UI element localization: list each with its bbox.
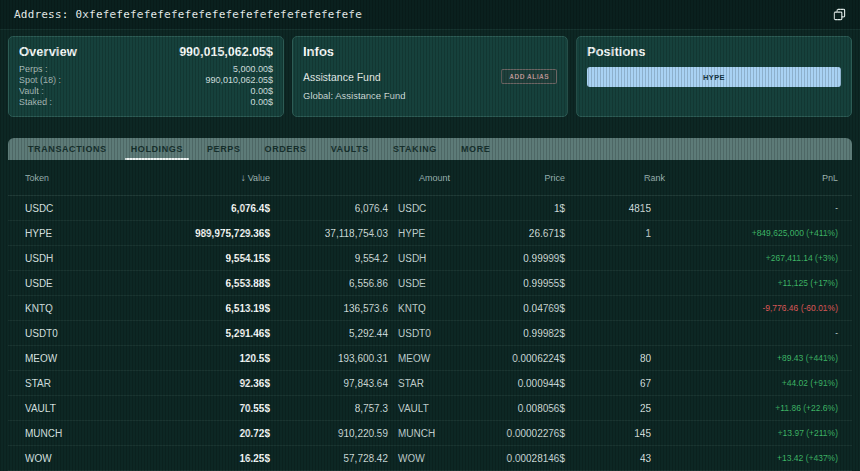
cell-token: USDE: [25, 278, 175, 289]
cell-amount-unit: MUNCH: [398, 428, 450, 439]
cell-amount: 136,573.6KNTQ: [270, 303, 450, 314]
address-label: Address:: [14, 8, 69, 21]
cell-price: 26.671$: [450, 228, 565, 239]
cell-value: 6,076.4$: [175, 203, 270, 214]
cell-price: 0.99982$: [450, 328, 565, 339]
cell-rank: 25: [565, 403, 665, 414]
table-row-munch[interactable]: MUNCH20.72$910,220.59MUNCH0.00002276$145…: [8, 421, 852, 446]
cell-amount: 9,554.2USDH: [270, 253, 450, 264]
table-header-row: Token ↓Value Amount Price Rank PnL: [8, 160, 852, 196]
cell-token: USDH: [25, 253, 175, 264]
add-alias-button[interactable]: ADD ALIAS: [501, 69, 557, 84]
tab-orders[interactable]: ORDERS: [253, 138, 319, 160]
cell-pnl: +44.02 (+91%): [665, 378, 838, 388]
column-header-price: Price: [450, 173, 565, 183]
column-header-rank: Rank: [565, 173, 665, 183]
tab-vaults[interactable]: VAULTS: [319, 138, 381, 160]
cell-value: 9,554.15$: [175, 253, 270, 264]
overview-row-value: 990,010,062.05$: [205, 75, 273, 86]
cell-price: 0.000944$: [450, 378, 565, 389]
holdings-table: Token ↓Value Amount Price Rank PnL USDC6…: [8, 160, 852, 471]
tab-more[interactable]: MORE: [449, 138, 502, 160]
cell-amount: 8,757.3VAULT: [270, 403, 450, 414]
table-row-usdt0[interactable]: USDT05,291.46$5,292.44USDT00.99982$-: [8, 321, 852, 346]
cell-token: USDT0: [25, 328, 175, 339]
cell-value: 20.72$: [175, 428, 270, 439]
cell-token: HYPE: [25, 228, 175, 239]
address-text: Address: 0xfefefefefefefefefefefefefefef…: [14, 8, 362, 21]
cell-amount-unit: WOW: [398, 453, 450, 464]
copy-address-button[interactable]: [830, 6, 848, 24]
cell-rank: 80: [565, 353, 665, 364]
cell-amount: 193,600.31MEOW: [270, 353, 450, 364]
table-row-star[interactable]: STAR92.36$97,843.64STAR0.000944$67+44.02…: [8, 371, 852, 396]
tab-perps[interactable]: PERPS: [195, 138, 253, 160]
cell-rank: 43: [565, 453, 665, 464]
tab-bar: TRANSACTIONSHOLDINGSPERPSORDERSVAULTSSTA…: [8, 138, 852, 160]
cell-token: MUNCH: [25, 428, 175, 439]
cell-amount: 6,556.86USDE: [270, 278, 450, 289]
cell-token: VAULT: [25, 403, 175, 414]
tab-transactions[interactable]: TRANSACTIONS: [16, 138, 119, 160]
tab-holdings[interactable]: HOLDINGS: [119, 138, 195, 160]
cell-value: 5,291.46$: [175, 328, 270, 339]
address-bar: Address: 0xfefefefefefefefefefefefefefef…: [0, 0, 860, 30]
overview-breakdown: Perps :5,000.00$Spot (18) :990,010,062.0…: [19, 64, 273, 108]
position-chip-hype[interactable]: HYPE: [587, 67, 841, 87]
cell-price: 0.00002276$: [450, 428, 565, 439]
overview-row-label: Vault :: [19, 86, 44, 97]
cell-amount-unit: HYPE: [398, 228, 450, 239]
table-row-kntq[interactable]: KNTQ6,513.19$136,573.6KNTQ0.04769$-9,776…: [8, 296, 852, 321]
alias-name: Assistance Fund: [303, 71, 381, 83]
column-header-token: Token: [25, 173, 175, 183]
overview-row: Vault :0.00$: [19, 86, 273, 97]
overview-row-label: Spot (18) :: [19, 75, 61, 86]
cell-pnl: +13.42 (+437%): [665, 453, 838, 463]
tab-staking[interactable]: STAKING: [381, 138, 449, 160]
table-row-hype[interactable]: HYPE989,975,729.36$37,118,754.03HYPE26.6…: [8, 221, 852, 246]
cell-value: 120.5$: [175, 353, 270, 364]
positions-panel: Positions HYPE: [576, 36, 852, 117]
column-header-pnl: PnL: [665, 173, 838, 183]
overview-row-value: 0.00$: [250, 97, 273, 108]
overview-row: Spot (18) :990,010,062.05$: [19, 75, 273, 86]
cell-rank: 145: [565, 428, 665, 439]
cell-pnl: -: [665, 328, 838, 338]
cell-amount: 910,220.59MUNCH: [270, 428, 450, 439]
cell-amount-unit: USDE: [398, 278, 450, 289]
table-row-usdh[interactable]: USDH9,554.15$9,554.2USDH0.99999$+267,411…: [8, 246, 852, 271]
overview-row-value: 5,000.00$: [233, 64, 273, 75]
positions-list: HYPE: [587, 67, 841, 87]
cell-token: MEOW: [25, 353, 175, 364]
column-header-amount: Amount: [270, 173, 450, 183]
cell-amount-unit: STAR: [398, 378, 450, 389]
cell-token: KNTQ: [25, 303, 175, 314]
cell-rank: 67: [565, 378, 665, 389]
cell-value: 989,975,729.36$: [175, 228, 270, 239]
table-row-wow[interactable]: WOW16.25$57,728.42WOW0.00028146$43+13.42…: [8, 446, 852, 471]
table-row-vault[interactable]: VAULT70.55$8,757.3VAULT0.008056$25+11.86…: [8, 396, 852, 421]
cell-token: STAR: [25, 378, 175, 389]
cell-amount: 97,843.64STAR: [270, 378, 450, 389]
cell-rank: 1: [565, 228, 665, 239]
positions-title: Positions: [587, 44, 646, 59]
cell-token: WOW: [25, 453, 175, 464]
column-header-value[interactable]: ↓Value: [175, 172, 270, 183]
cell-amount-unit: USDH: [398, 253, 450, 264]
sort-desc-icon: ↓: [241, 172, 246, 183]
cell-pnl: +11.86 (+22.6%): [665, 403, 838, 413]
global-alias: Global: Assistance Fund: [303, 90, 557, 101]
summary-panels: Overview 990,015,062.05$ Perps :5,000.00…: [8, 36, 852, 117]
table-row-meow[interactable]: MEOW120.5$193,600.31MEOW0.0006224$80+89.…: [8, 346, 852, 371]
overview-total: 990,015,062.05$: [179, 45, 273, 59]
cell-value: 16.25$: [175, 453, 270, 464]
table-row-usdc[interactable]: USDC6,076.4$6,076.4USDC1$4815-: [8, 196, 852, 221]
cell-rank: 4815: [565, 203, 665, 214]
cell-price: 0.99955$: [450, 278, 565, 289]
overview-row: Perps :5,000.00$: [19, 64, 273, 75]
cell-price: 0.04769$: [450, 303, 565, 314]
cell-amount-unit: KNTQ: [398, 303, 450, 314]
table-row-usde[interactable]: USDE6,553.88$6,556.86USDE0.99955$+11,125…: [8, 271, 852, 296]
cell-amount-unit: USDT0: [398, 328, 450, 339]
cell-value: 70.55$: [175, 403, 270, 414]
